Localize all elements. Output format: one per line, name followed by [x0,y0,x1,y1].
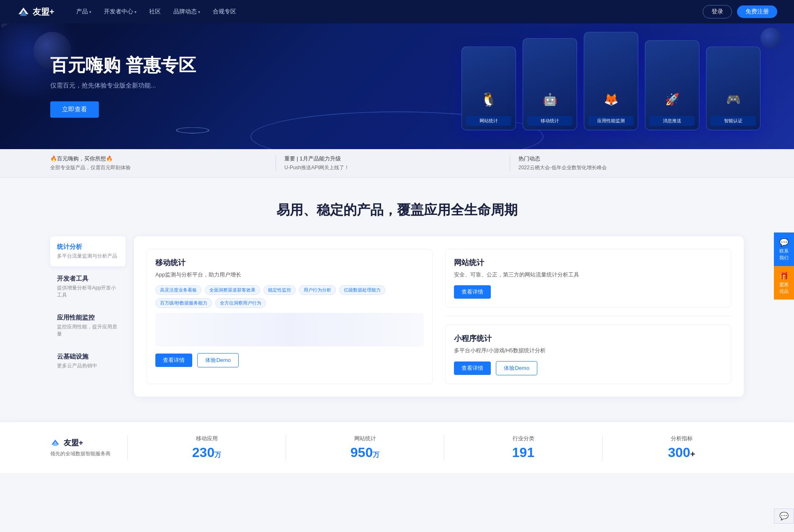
info-update-title: 重要 | 1月产品能力升级 [284,155,501,163]
product-grid: 移动统计 App监测与分析平台，助力用户增长 高灵活度业务看板 全面洞察渠道获客… [147,249,731,384]
stat-website-stats: 网站统计 950万 [303,435,427,460]
info-bar: 🔥百元嗨购，买你所想🔥 全部专业版产品，仅需百元即刻体验 重要 | 1月产品能力… [0,149,794,178]
product-card-label: 消息推送 [650,116,695,126]
stat-divider [127,435,128,460]
sidebar-item-sub: 提供增量分析等App开发小工具 [57,284,119,299]
promo-button[interactable]: 🎁 盟惠优品 [774,266,794,300]
logo[interactable]: 友盟+ [17,6,54,18]
product-mobile-stats: 移动统计 App监测与分析平台，助力用户增长 高灵活度业务看板 全面洞察渠道获客… [147,249,433,384]
sidebar-item-devtools[interactable]: 开发者工具 提供增量分析等App开发小工具 [50,268,126,305]
nav-item-brand[interactable]: 品牌动态 ▾ [168,5,205,18]
stat-metrics-label: 分析指标 [619,435,744,442]
stat-mobile-apps: 移动应用 230万 [144,435,269,460]
website-stats-desc: 安全、可靠、公正，第三方的网站流量统计分析工具 [454,271,722,279]
miniprogram-demo-button[interactable]: 体验Demo [496,361,537,375]
apm-icon: 🦊 [598,87,624,112]
tag: 稳定性监控 [263,285,296,295]
hero-subtitle: 仅需百元，抢先体验专业版全新功能... [50,82,196,90]
tag: 全方位洞察用户行为 [215,298,266,308]
sidebar-item-analytics[interactable]: 统计分析 多平台流量监测与分析产品 [50,236,126,266]
sidebar-item-apm[interactable]: 应用性能监控 监控应用性能，提升应用质量 [50,307,126,344]
nav-item-community[interactable]: 社区 [144,5,166,18]
navbar: 友盟+ 产品 ▾ 开发者中心 ▾ 社区 品牌动态 ▾ 合规专区 登录 免费注册 [0,0,794,23]
sidebar-item-title: 云基础设施 [57,353,119,361]
footer-logo: 友盟+ 领先的全域数据智能服务商 [50,438,111,457]
website-stats-title: 网站统计 [454,258,722,268]
hero-content: 百元嗨购 普惠专区 仅需百元，抢先体验专业版全新功能... 立即查看 [50,55,196,118]
product-card-label: 网站统计 [466,116,511,126]
stat-website-label: 网站统计 [303,435,427,442]
mobile-stats-desc: App监测与分析平台，助力用户增长 [155,271,424,279]
product-website-stats: 网站统计 安全、可靠、公正，第三方的网站流量统计分析工具 查看详情 [445,249,731,307]
product-section: 统计分析 多平台流量监测与分析产品 开发者工具 提供增量分析等App开发小工具 … [0,236,794,422]
info-promo-title: 🔥百元嗨购，买你所想🔥 [50,155,267,163]
nav-item-developer[interactable]: 开发者中心 ▾ [99,5,142,18]
footer-logo-sub: 领先的全域数据智能服务商 [50,450,111,457]
product-card-label: 应用性能监测 [588,116,634,126]
product-card-apm: 🦊 应用性能监测 [584,32,638,130]
sidebar-item-title: 应用性能监控 [57,314,119,322]
info-news-title: 热门动态 [518,155,735,163]
product-screenshot [155,313,424,346]
hero-banner: 百元嗨购 普惠专区 仅需百元，抢先体验专业版全新功能... 立即查看 🐧 网站统… [0,23,794,149]
login-button[interactable]: 登录 [703,5,732,18]
hero-title: 百元嗨购 普惠专区 [50,55,196,76]
product-card-push: 🚀 消息推送 [645,40,699,130]
stat-mobile-label: 移动应用 [144,435,269,442]
product-miniprogram-stats: 小程序统计 多平台小程序/小游戏/H5数据统计分析 查看详情 体验Demo [445,325,731,384]
sidebar-item-cloud[interactable]: 云基础设施 更多云产品热销中 [50,346,126,376]
section-title: 易用、稳定的产品，覆盖应用全生命周期 [8,201,786,220]
footer-logo-icon [50,438,60,447]
contact-us-button[interactable]: 💬 联系我们 [774,232,794,266]
stat-website-value: 950万 [303,445,427,460]
miniprogram-stats-desc: 多平台小程序/小游戏/H5数据统计分析 [454,347,722,354]
nav-item-products[interactable]: 产品 ▾ [71,5,96,18]
auth-icon: 🎮 [721,87,746,112]
product-card-label: 移动统计 [527,116,572,126]
product-main-content: 移动统计 App监测与分析平台，助力用户增长 高灵活度业务看板 全面洞察渠道获客… [134,236,744,397]
gift-icon: 🎁 [777,271,791,281]
saturn-decoration [176,127,209,134]
product-sidebar-nav: 统计分析 多平台流量监测与分析产品 开发者工具 提供增量分析等App开发小工具 … [50,236,134,397]
sidebar-item-sub: 监控应用性能，提升应用质量 [57,323,119,338]
hero-cta-button[interactable]: 立即查看 [50,101,99,118]
info-promo-sub: 全部专业版产品，仅需百元即刻体验 [50,164,267,171]
footer-logo-text: 友盟+ [50,438,111,448]
mobile-stats-demo-button[interactable]: 体验Demo [197,353,239,367]
tag: 用户行为分析 [299,285,336,295]
info-item-update: 重要 | 1月产品能力升级 U-Push推送API网关上线了！ [276,155,510,171]
section-title-area: 易用、稳定的产品，覆盖应用全生命周期 [0,178,794,236]
sidebar-item-title: 开发者工具 [57,275,119,283]
chevron-down-icon: ▾ [134,10,137,14]
planet-decoration-2 [760,28,781,49]
right-product-col: 网站统计 安全、可靠、公正，第三方的网站流量统计分析工具 查看详情 小程序统计 … [445,249,731,384]
hero-product-cards: 🐧 网站统计 🤖 移动统计 🦊 应用性能监测 🚀 消息推送 🎮 智能认证 [461,32,760,130]
mobile-stats-detail-button[interactable]: 查看详情 [155,354,192,367]
stat-metrics-value: 300+ [619,445,744,460]
miniprogram-stats-title: 小程序统计 [454,333,722,343]
miniprogram-detail-button[interactable]: 查看详情 [454,362,491,375]
stat-divider [602,435,603,460]
product-card-auth: 🎮 智能认证 [706,46,760,130]
stat-divider [444,435,444,460]
website-stats-detail-button[interactable]: 查看详情 [454,285,491,299]
stat-industry-value: 191 [461,445,585,460]
info-news-sub: 2022云栖大会-低年企业数智化增长峰会 [518,164,735,171]
miniprogram-stats-actions: 查看详情 体验Demo [454,361,722,375]
divider [445,316,731,316]
register-button[interactable]: 免费注册 [737,5,777,18]
mobile-stats-title: 移动统计 [155,258,424,268]
tag: 全面洞察渠道获客效果 [205,285,260,295]
product-card-website-stats: 🐧 网站统计 [461,46,516,130]
footer-stats-bar: 友盟+ 领先的全域数据智能服务商 移动应用 230万 网站统计 950万 行业分… [0,422,794,473]
chevron-down-icon: ▾ [198,10,200,14]
nav-item-compliance[interactable]: 合规专区 [208,5,241,18]
info-update-sub: U-Push推送API网关上线了！ [284,164,501,171]
tag: 高灵活度业务看板 [155,285,201,295]
nav-menu: 产品 ▾ 开发者中心 ▾ 社区 品牌动态 ▾ 合规专区 [71,5,703,18]
sidebar-item-sub: 多平台流量监测与分析产品 [57,253,119,260]
info-item-news: 热门动态 2022云栖大会-低年企业数智化增长峰会 [510,155,744,171]
push-icon: 🚀 [660,87,685,112]
sidebar-item-sub: 更多云产品热销中 [57,362,119,369]
mobile-stats-tags: 高灵活度业务看板 全面洞察渠道获客效果 稳定性监控 用户行为分析 亿级数据处理能… [155,285,424,308]
